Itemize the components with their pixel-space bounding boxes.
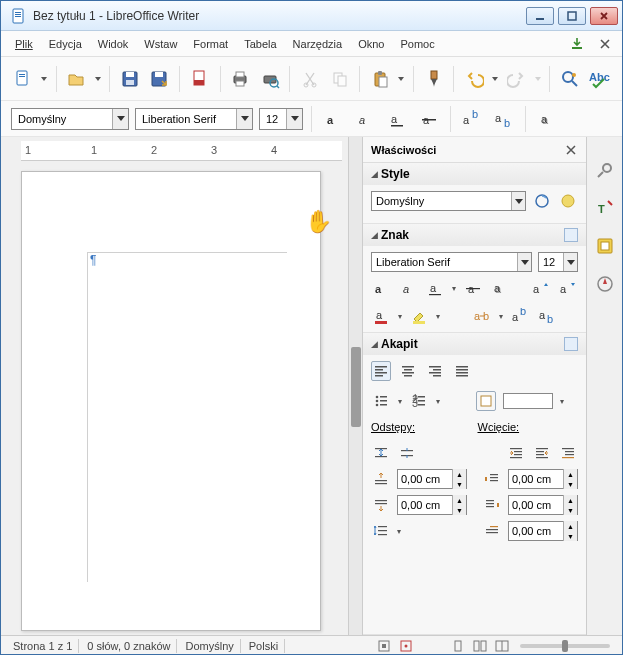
paste-button[interactable] bbox=[368, 66, 392, 92]
spellcheck-button[interactable]: Abc bbox=[588, 66, 612, 92]
char-underline-button[interactable]: a bbox=[425, 278, 445, 298]
line-spacing-button[interactable] bbox=[371, 521, 391, 541]
section-char-more-button[interactable] bbox=[564, 228, 578, 242]
print-preview-button[interactable] bbox=[258, 66, 282, 92]
find-replace-button[interactable] bbox=[558, 66, 582, 92]
char-grow-button[interactable]: a bbox=[530, 278, 550, 298]
open-button[interactable] bbox=[65, 66, 89, 92]
section-style-header[interactable]: ◢ Style bbox=[363, 163, 586, 185]
view-multi-page-icon[interactable] bbox=[472, 639, 488, 653]
status-page[interactable]: Strona 1 z 1 bbox=[7, 639, 79, 653]
spin-down[interactable]: ▼ bbox=[564, 505, 577, 515]
inc-para-spacing-button[interactable] bbox=[371, 443, 391, 463]
char-size-dropdown[interactable] bbox=[563, 253, 577, 271]
dec-indent-button[interactable] bbox=[532, 443, 552, 463]
print-button[interactable] bbox=[228, 66, 252, 92]
close-button[interactable] bbox=[590, 7, 618, 25]
save-button[interactable] bbox=[118, 66, 142, 92]
indent-left-input[interactable]: 0,00 cm▲▼ bbox=[508, 469, 578, 489]
font-color-button[interactable]: a bbox=[371, 306, 391, 326]
rail-gallery-button[interactable] bbox=[592, 233, 618, 259]
bold-button[interactable]: a bbox=[320, 106, 346, 132]
horizontal-ruler[interactable]: 1 1 2 3 4 bbox=[21, 141, 342, 161]
char-spacing-button[interactable]: ab bbox=[472, 306, 492, 326]
undo-dropdown[interactable] bbox=[492, 77, 499, 81]
status-wordcount[interactable]: 0 słów, 0 znaków bbox=[81, 639, 177, 653]
superscript-button[interactable]: ab bbox=[459, 106, 485, 132]
sidebar-close-button[interactable] bbox=[564, 143, 578, 157]
redo-dropdown[interactable] bbox=[534, 77, 541, 81]
align-right-button[interactable] bbox=[425, 361, 445, 381]
char-subscript-button[interactable]: ab bbox=[537, 306, 557, 326]
char-bold-button[interactable]: a bbox=[371, 278, 391, 298]
underline-button[interactable]: a bbox=[384, 106, 410, 132]
section-para-more-button[interactable] bbox=[564, 337, 578, 351]
menu-tabela[interactable]: Tabela bbox=[238, 36, 282, 52]
bullet-list-button[interactable] bbox=[371, 391, 391, 411]
number-list-button[interactable]: 123 bbox=[409, 391, 429, 411]
view-single-page-icon[interactable] bbox=[450, 639, 466, 653]
strikethrough-button[interactable]: a bbox=[416, 106, 442, 132]
spin-up[interactable]: ▲ bbox=[453, 495, 466, 505]
rail-properties-button[interactable] bbox=[592, 157, 618, 183]
para-bgcolor-preview[interactable] bbox=[503, 393, 553, 409]
font-size-combo[interactable]: 12 bbox=[259, 108, 303, 130]
indent-right-input[interactable]: 0,00 cm▲▼ bbox=[508, 495, 578, 515]
new-doc-button[interactable] bbox=[11, 66, 35, 92]
spin-down[interactable]: ▼ bbox=[453, 479, 466, 489]
dec-para-spacing-button[interactable] bbox=[397, 443, 417, 463]
char-superscript-button[interactable]: ab bbox=[510, 306, 530, 326]
spin-up[interactable]: ▲ bbox=[564, 521, 577, 531]
new-style-button[interactable] bbox=[558, 191, 578, 211]
spin-up[interactable]: ▲ bbox=[564, 469, 577, 479]
char-font-combo[interactable]: Liberation Serif bbox=[371, 252, 532, 272]
maximize-button[interactable] bbox=[558, 7, 586, 25]
format-paintbrush-button[interactable] bbox=[422, 66, 446, 92]
export-pdf-button[interactable] bbox=[188, 66, 212, 92]
font-name-dropdown[interactable] bbox=[236, 109, 252, 129]
align-center-button[interactable] bbox=[398, 361, 418, 381]
para-bgcolor-button[interactable] bbox=[476, 391, 496, 411]
paragraph-style-dropdown[interactable] bbox=[112, 109, 128, 129]
menu-wstaw[interactable]: Wstaw bbox=[138, 36, 183, 52]
minimize-button[interactable] bbox=[526, 7, 554, 25]
menu-narzedzia[interactable]: Narzędzia bbox=[287, 36, 349, 52]
page-text-area[interactable]: ¶ bbox=[87, 252, 287, 582]
char-font-dropdown[interactable] bbox=[517, 253, 531, 271]
rail-navigator-button[interactable] bbox=[592, 271, 618, 297]
hanging-indent-button[interactable] bbox=[558, 443, 578, 463]
spacing-below-input[interactable]: 0,00 cm▲▼ bbox=[397, 495, 467, 515]
redo-button[interactable] bbox=[505, 66, 529, 92]
shadow-button[interactable]: aa bbox=[534, 106, 560, 132]
open-dropdown[interactable] bbox=[94, 77, 101, 81]
subscript-button[interactable]: ab bbox=[491, 106, 517, 132]
status-style[interactable]: Domyślny bbox=[179, 639, 240, 653]
zoom-slider[interactable] bbox=[520, 644, 610, 648]
font-name-combo[interactable]: Liberation Serif bbox=[135, 108, 253, 130]
section-char-header[interactable]: ◢ Znak bbox=[363, 224, 586, 246]
paste-dropdown[interactable] bbox=[398, 77, 405, 81]
document-scroll-area[interactable]: ¶ ✋ bbox=[1, 161, 348, 635]
vertical-scrollbar[interactable] bbox=[348, 137, 362, 635]
saveas-button[interactable] bbox=[148, 66, 172, 92]
view-book-icon[interactable] bbox=[494, 639, 510, 653]
scrollbar-thumb[interactable] bbox=[351, 347, 361, 427]
rail-styles-button[interactable]: T bbox=[592, 195, 618, 221]
status-insert-mode-icon[interactable] bbox=[376, 639, 392, 653]
inc-indent-button[interactable] bbox=[506, 443, 526, 463]
undo-button[interactable] bbox=[462, 66, 486, 92]
download-update-icon[interactable] bbox=[568, 35, 586, 53]
spin-down[interactable]: ▼ bbox=[453, 505, 466, 515]
font-size-dropdown[interactable] bbox=[286, 109, 302, 129]
zoom-slider-knob[interactable] bbox=[562, 640, 568, 652]
char-shadow-button[interactable]: aa bbox=[490, 278, 510, 298]
new-doc-dropdown[interactable] bbox=[41, 77, 48, 81]
copy-button[interactable] bbox=[328, 66, 352, 92]
char-strike-button[interactable]: a bbox=[463, 278, 483, 298]
align-left-button[interactable] bbox=[371, 361, 391, 381]
document-page[interactable]: ¶ bbox=[21, 171, 321, 631]
status-lang[interactable]: Polski bbox=[243, 639, 285, 653]
paragraph-style-combo[interactable]: Domyślny bbox=[11, 108, 129, 130]
menu-format[interactable]: Format bbox=[187, 36, 234, 52]
menu-edycja[interactable]: Edycja bbox=[43, 36, 88, 52]
